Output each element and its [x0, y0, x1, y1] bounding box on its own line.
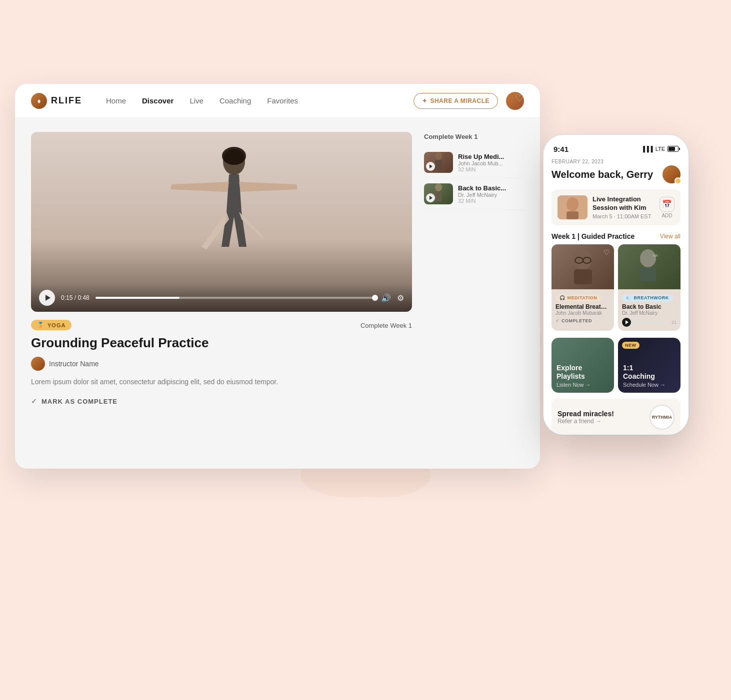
mobile-date: FEBRUARY 22, 2023: [552, 159, 680, 164]
video-title: Grounding Peaceful Practice: [31, 335, 412, 351]
svg-rect-21: [574, 269, 592, 284]
mobile-avatar[interactable]: [662, 165, 680, 183]
play-button[interactable]: [39, 290, 55, 306]
headphones-icon: 🎧: [560, 295, 566, 300]
week-card-info-1: 🎧 MEDITATION Elemental Breath Master... …: [552, 289, 614, 327]
video-info: 🏅 YOGA Complete Week 1 ♡ Grounding Peace…: [31, 320, 412, 405]
status-time: 9:41: [554, 145, 568, 153]
nav-favorites[interactable]: Favorites: [267, 96, 298, 105]
add-to-calendar-button[interactable]: 📅 ADD: [660, 197, 674, 218]
playlists-title: ExplorePlaylists: [556, 364, 609, 381]
nav-coaching[interactable]: Coaching: [220, 96, 251, 105]
week-title: Week 1 | Guided Practice: [552, 232, 634, 240]
completed-text: COMPLETED: [562, 318, 592, 323]
category-badge: 🏅 YOGA: [31, 320, 72, 330]
volume-icon[interactable]: 🔊: [381, 293, 391, 303]
breathwork-badge: 💨 BREATHWORK: [622, 294, 673, 301]
add-label: ADD: [662, 213, 672, 218]
mobile-mockup: 9:41 ▐▐▐ LTE FEBRUARY 22, 2023 Welcome b…: [544, 135, 688, 435]
refer-friend-link[interactable]: Refer a friend →: [558, 418, 614, 425]
share-miracle-button[interactable]: ✦ SHARE A MIRACLE: [414, 93, 498, 109]
mobile-welcome: Welcome back, Gerry: [552, 165, 680, 183]
play-overlay-2: [426, 193, 435, 202]
svg-rect-16: [435, 191, 442, 201]
completed-check-icon: ✓: [556, 318, 560, 323]
coaching-subtitle: Schedule Now →: [623, 382, 676, 388]
video-player: 0:15 / 0:48 🔊 ⚙: [31, 132, 412, 312]
category-label: YOGA: [48, 322, 66, 328]
mobile-content: FEBRUARY 22, 2023 Welcome back, Gerry Li…: [544, 157, 688, 435]
week-card-info-2: 💨 BREATHWORK Back to Basic Dr. Jeff McNa…: [618, 289, 680, 331]
settings-icon[interactable]: ⚙: [397, 293, 404, 303]
favorite-icon[interactable]: ♡: [515, 92, 524, 104]
playlist-info-1: Rise Up Medi... John Jacob Mub... 32 MIN: [458, 153, 524, 172]
desktop-card: ♦ RLIFE Home Discover Live Coaching Favo…: [15, 84, 540, 469]
week-card-image-2: VA: [618, 244, 680, 289]
progress-bar[interactable]: [96, 297, 375, 299]
promo-cards: ExplorePlaylists Listen Now → NEW 1:1Coa…: [552, 338, 680, 393]
play-overlay-1: [426, 162, 435, 171]
status-icons: ▐▐▐ LTE: [641, 146, 678, 152]
completed-row: ✓ COMPLETED: [556, 318, 610, 323]
current-time: 0:15: [61, 294, 72, 301]
calendar-icon: 📅: [660, 197, 674, 212]
heart-icon-card1[interactable]: ♡: [604, 248, 610, 256]
wc-instructor-1: John Jacob Mubarak: [556, 310, 610, 316]
view-all-button[interactable]: View all: [660, 233, 680, 240]
live-session-card[interactable]: Live Integration Session with Kim March …: [552, 189, 680, 225]
week-card-meditation[interactable]: ♡ 🎧 MEDITATION Elemental Breath Master..…: [552, 244, 614, 331]
promo-card-playlists[interactable]: ExplorePlaylists Listen Now →: [552, 338, 614, 393]
nav-discover[interactable]: Discover: [142, 96, 174, 105]
playlist-item-2[interactable]: Back to Basic... Dr. Jeff McNairy 32 MIN: [424, 178, 524, 210]
nav-links: Home Discover Live Coaching Favorites: [106, 96, 414, 105]
week-card-breathwork[interactable]: VA 💨 BREATHWORK Back to Basic Dr. Jeff M…: [618, 244, 680, 331]
battery-tip: [679, 148, 680, 150]
session-info: Live Integration Session with Kim March …: [592, 195, 654, 219]
svg-rect-19: [566, 211, 578, 219]
nav-live[interactable]: Live: [190, 96, 204, 105]
playlist-title-1: Rise Up Medi...: [458, 153, 524, 160]
check-icon: ✓: [31, 397, 38, 405]
playlists-subtitle: Listen Now →: [556, 382, 609, 388]
duration-label-2: 21: [672, 320, 676, 325]
session-thumbnail: [558, 195, 588, 219]
playlist-duration-1: 32 MIN: [458, 166, 524, 172]
coaching-bg: NEW 1:1Coaching Schedule Now →: [618, 338, 680, 393]
video-section: 0:15 / 0:48 🔊 ⚙: [31, 132, 412, 405]
battery-icon: [668, 146, 678, 152]
coaching-title: 1:1Coaching: [623, 364, 676, 381]
playlist-item-1[interactable]: Rise Up Medi... John Jacob Mub... 32 MIN: [424, 147, 524, 178]
spread-title: Spread miracles!: [558, 410, 614, 418]
total-time: 0:48: [78, 294, 89, 301]
playlist-instructor-2: Dr. Jeff McNairy: [458, 192, 524, 198]
svg-point-12: [222, 147, 246, 165]
week-card-image-1: ♡: [552, 244, 614, 289]
logo-icon: ♦: [31, 93, 47, 109]
avatar-badge: [674, 177, 682, 184]
svg-point-15: [435, 183, 442, 191]
navigation-bar: ♦ RLIFE Home Discover Live Coaching Favo…: [15, 84, 540, 118]
progress-mini: [633, 322, 670, 323]
nav-home[interactable]: Home: [106, 96, 126, 105]
svg-point-25: [640, 249, 656, 267]
svg-point-18: [566, 197, 578, 211]
promo-card-coaching[interactable]: NEW 1:1Coaching Schedule Now →: [618, 338, 680, 393]
wind-icon: 💨: [626, 295, 632, 300]
wc-instructor-2: Dr. Jeff McNairy: [622, 310, 676, 316]
yoga-icon: 🏅: [37, 322, 44, 328]
rythmia-logo: RYTHMIA: [650, 405, 674, 430]
video-description: Lorem ipsum dolor sit amet, consectetur …: [31, 377, 412, 387]
week-header: Week 1 | Guided Practice View all: [552, 232, 680, 240]
play-button-card2[interactable]: [622, 318, 631, 327]
nav-logo[interactable]: ♦ RLIFE: [31, 93, 82, 109]
playlist-thumb-2: [424, 183, 453, 204]
logo-text: RLIFE: [51, 95, 82, 106]
meditation-badge: 🎧 MEDITATION: [556, 294, 601, 301]
mark-complete-button[interactable]: ✓ MARK AS COMPLETE: [31, 397, 412, 405]
playlist-info-2: Back to Basic... Dr. Jeff McNairy 32 MIN: [458, 184, 524, 204]
new-badge: NEW: [622, 342, 640, 349]
spread-info: Spread miracles! Refer a friend →: [558, 410, 614, 425]
instructor-row: Instructor Name: [31, 357, 412, 371]
category-text-2: BREATHWORK: [634, 295, 669, 300]
playlist-duration-2: 32 MIN: [458, 198, 524, 204]
